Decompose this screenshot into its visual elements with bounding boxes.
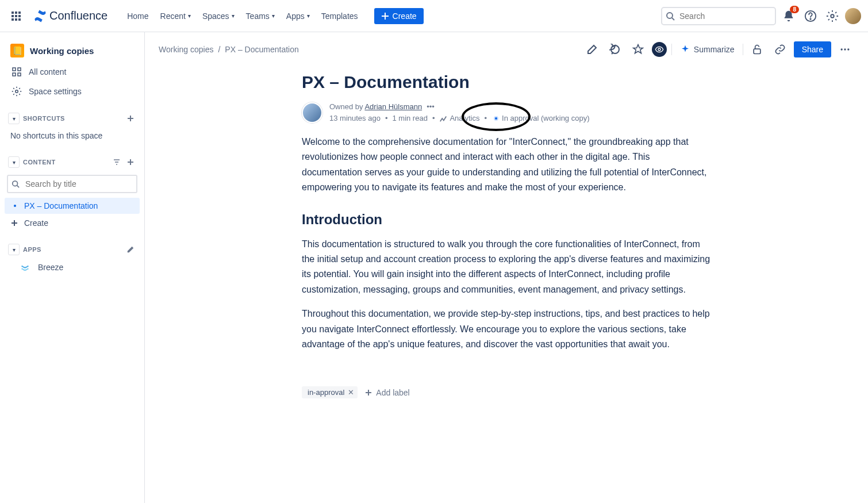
- breadcrumb: Working copies / PX – Documentation: [159, 45, 299, 54]
- sidebar: 📒 Working copies All content Space setti…: [0, 32, 145, 503]
- create-button[interactable]: Create: [374, 8, 424, 24]
- page-tree-item[interactable]: PX – Documentation: [5, 198, 140, 214]
- nav-apps[interactable]: Apps▾: [282, 8, 314, 24]
- svg-point-18: [13, 181, 18, 186]
- more-actions-button[interactable]: [836, 40, 854, 59]
- search-input[interactable]: [661, 7, 776, 25]
- search-icon: [11, 180, 20, 188]
- title-filter[interactable]: [7, 175, 137, 193]
- add-shortcut-button[interactable]: [125, 113, 136, 124]
- search-icon: [666, 11, 675, 21]
- breadcrumb-space[interactable]: Working copies: [159, 45, 213, 54]
- author-avatar[interactable]: [302, 102, 322, 123]
- svg-point-17: [16, 90, 18, 93]
- svg-rect-4: [15, 15, 17, 17]
- labels-row: in-approval ✕ Add label: [302, 386, 711, 398]
- nav-home[interactable]: Home: [122, 8, 153, 24]
- more-icon: [839, 44, 851, 55]
- owned-by-row: Owned by Adrian Hülsmann •••: [329, 102, 592, 111]
- page-actions: Summarize Share: [583, 40, 854, 59]
- main-layout: 📒 Working copies All content Space setti…: [0, 32, 868, 503]
- svg-point-11: [810, 18, 811, 19]
- paragraph: Throughout this documentation, we provid…: [302, 306, 711, 352]
- edit-button[interactable]: [583, 40, 601, 59]
- grid-icon: [11, 67, 22, 77]
- title-filter-input[interactable]: [7, 175, 137, 193]
- filter-content-button[interactable]: [111, 156, 122, 168]
- analytics-link[interactable]: Analytics: [439, 114, 479, 122]
- nav-items: Home Recent▾ Spaces▾ Teams▾ Apps▾ Templa…: [122, 8, 362, 24]
- sidebar-space-settings[interactable]: Space settings: [5, 82, 140, 101]
- collapse-apps[interactable]: ▾: [8, 244, 20, 255]
- settings-button[interactable]: [823, 7, 842, 25]
- nav-teams[interactable]: Teams▾: [241, 8, 279, 24]
- sparkle-icon: [680, 44, 690, 55]
- collapse-content[interactable]: ▾: [8, 156, 20, 168]
- svg-rect-21: [754, 49, 761, 53]
- nav-templates[interactable]: Templates: [317, 8, 363, 24]
- page-content: Welcome to the comprehensive documentati…: [302, 135, 711, 352]
- svg-point-23: [844, 48, 846, 50]
- gear-icon: [11, 86, 22, 97]
- author-link[interactable]: Adrian Hülsmann: [364, 102, 422, 111]
- help-button[interactable]: [801, 7, 820, 25]
- summarize-button[interactable]: Summarize: [677, 42, 738, 57]
- chevron-down-icon: ▾: [232, 13, 235, 19]
- notifications-button[interactable]: 8: [779, 7, 798, 25]
- restrictions-button[interactable]: [748, 40, 766, 59]
- confluence-logo[interactable]: Confluence: [30, 9, 111, 23]
- create-page-row[interactable]: Create: [5, 214, 140, 232]
- pencil-icon: [586, 44, 598, 55]
- share-button[interactable]: Share: [794, 41, 831, 57]
- product-name: Confluence: [49, 9, 107, 22]
- svg-rect-1: [15, 11, 17, 14]
- remove-label-icon[interactable]: ✕: [348, 388, 354, 397]
- app-switcher-icon[interactable]: [7, 7, 25, 25]
- svg-point-12: [831, 14, 834, 18]
- copy-link-button[interactable]: [771, 40, 789, 59]
- svg-rect-16: [18, 73, 21, 76]
- svg-rect-5: [18, 15, 21, 17]
- app-breeze[interactable]: Breeze: [5, 258, 140, 277]
- star-icon: [632, 44, 644, 55]
- svg-rect-7: [15, 18, 17, 21]
- profile-avatar[interactable]: [845, 8, 861, 24]
- svg-rect-14: [18, 68, 21, 71]
- separator: [743, 44, 743, 55]
- notification-badge: 8: [790, 6, 799, 13]
- global-search[interactable]: [661, 7, 776, 25]
- sidebar-all-content[interactable]: All content: [5, 62, 140, 82]
- add-label-button[interactable]: Add label: [364, 388, 409, 397]
- byline-more-icon[interactable]: •••: [427, 102, 435, 111]
- collapse-shortcuts[interactable]: ▾: [8, 113, 20, 124]
- breeze-icon: [21, 262, 31, 272]
- star-button[interactable]: [629, 40, 647, 59]
- shortcuts-title: SHORTCUTS: [23, 115, 65, 122]
- svg-rect-2: [18, 11, 21, 14]
- label-in-approval[interactable]: in-approval ✕: [302, 386, 358, 398]
- nav-spaces[interactable]: Spaces▾: [198, 8, 239, 24]
- eye-icon: [655, 45, 664, 54]
- comment-button[interactable]: [606, 40, 624, 59]
- space-header[interactable]: 📒 Working copies: [5, 39, 140, 62]
- content-section: ▾ CONTENT PX – Docume: [5, 154, 140, 232]
- breadcrumb-separator: /: [218, 45, 220, 54]
- svg-rect-0: [11, 11, 14, 14]
- page-toolbar: Working copies / PX – Documentation Summ…: [145, 32, 868, 67]
- approval-status[interactable]: In approval (working copy): [491, 113, 592, 123]
- watch-button[interactable]: [652, 42, 667, 57]
- page-title: PX – Documentation: [302, 72, 711, 92]
- svg-rect-15: [13, 73, 16, 76]
- svg-point-24: [847, 48, 849, 50]
- breadcrumb-page[interactable]: PX – Documentation: [225, 45, 298, 54]
- top-nav: Confluence Home Recent▾ Spaces▾ Teams▾ A…: [0, 0, 868, 32]
- plus-icon: [10, 219, 18, 227]
- add-content-button[interactable]: [125, 156, 136, 168]
- gear-icon: [826, 10, 839, 22]
- content-area: Working copies / PX – Documentation Summ…: [145, 32, 868, 503]
- help-icon: [804, 10, 817, 22]
- edit-apps-button[interactable]: [125, 244, 136, 255]
- top-nav-right: 8: [661, 7, 861, 25]
- svg-rect-6: [11, 18, 14, 21]
- nav-recent[interactable]: Recent▾: [156, 8, 195, 24]
